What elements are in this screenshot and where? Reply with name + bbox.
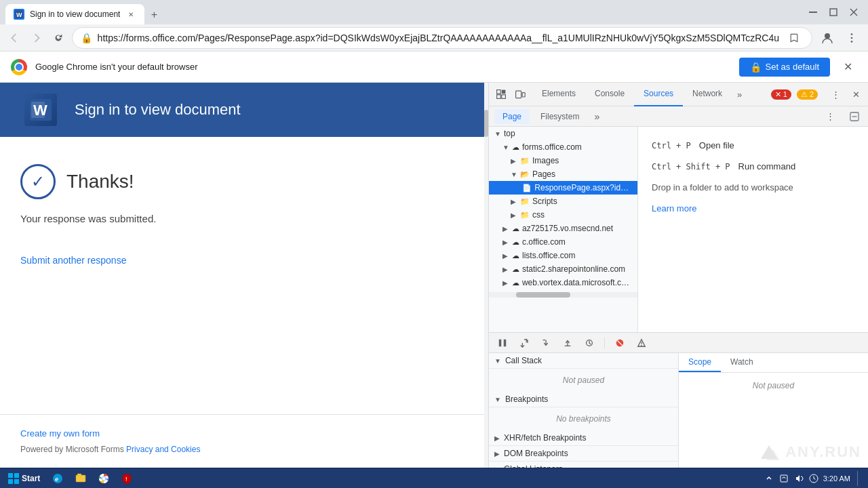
submit-another-link[interactable]: Submit another response — [20, 255, 126, 266]
svg-rect-32 — [8, 479, 13, 484]
breakpoints-status: No breakpoints — [494, 410, 673, 428]
step-into-button[interactable] — [538, 335, 554, 351]
call-stack-header[interactable]: ▼ Call Stack — [489, 353, 678, 369]
tree-horizontal-scrollbar[interactable] — [489, 292, 637, 298]
deactivate-breakpoints-button[interactable] — [612, 335, 628, 351]
folder-icon-scripts: 📁 — [520, 197, 530, 206]
svg-point-7 — [851, 33, 853, 35]
back-button[interactable] — [5, 27, 24, 49]
tree-item-forms-office[interactable]: ▼ ☁ forms.office.com — [489, 140, 637, 154]
tree-arrow-lists: ▶ — [502, 252, 512, 260]
sources-body: ▼ top ▼ ☁ forms.office.com — [489, 127, 868, 332]
show-desktop-button[interactable] — [857, 471, 860, 486]
address-bar[interactable]: 🔒 https://forms.office.com/Pages/Respons… — [72, 27, 812, 49]
svg-rect-17 — [516, 91, 521, 98]
taskbar-time: 3:20 AM — [823, 474, 850, 483]
profile-button[interactable] — [816, 27, 838, 49]
tab-elements[interactable]: Elements — [532, 83, 585, 106]
reload-button[interactable] — [50, 27, 68, 49]
cloud-icon-lists: ☁ — [512, 251, 519, 260]
devtools-inspect-button[interactable] — [492, 85, 511, 104]
tree-arrow-scripts: ▶ — [511, 198, 520, 205]
svg-rect-30 — [8, 473, 13, 478]
tree-item-scripts[interactable]: ▶ 📁 Scripts — [489, 195, 637, 208]
tree-item-coffice[interactable]: ▶ ☁ c.office.com — [489, 235, 637, 249]
taskbar-ie[interactable]: e — [47, 470, 68, 487]
tree-item-top[interactable]: ▼ top — [489, 127, 637, 140]
pause-button[interactable] — [494, 335, 511, 351]
sources-shortcuts-panel: Ctrl + P Open file Ctrl + Shift + P Run … — [638, 127, 868, 332]
tree-item-responsepage[interactable]: 📄 ResponsePage.aspx?id=DQS — [489, 181, 637, 195]
learn-more-link[interactable]: Learn more — [652, 203, 696, 214]
subtab-page[interactable]: Page — [494, 109, 530, 124]
svg-rect-16 — [502, 95, 506, 99]
privacy-link[interactable]: Privacy and Cookies — [126, 445, 200, 454]
cloud-icon-az: ☁ — [512, 224, 519, 233]
chrome-menu-button[interactable] — [841, 27, 863, 49]
tab-network[interactable]: Network — [683, 83, 732, 106]
chrome-logo-icon — [11, 59, 27, 75]
tab-close-button[interactable]: ✕ — [125, 9, 136, 20]
minimize-button[interactable] — [804, 3, 822, 21]
tree-arrow-coffice: ▶ — [502, 239, 512, 246]
watch-tab[interactable]: Watch — [721, 353, 763, 372]
subtab-menu-button[interactable]: ⋮ — [822, 108, 838, 125]
step-out-button[interactable] — [559, 335, 576, 351]
svg-text:e: e — [55, 476, 58, 483]
close-window-button[interactable] — [845, 3, 863, 21]
step-button[interactable] — [581, 335, 597, 351]
scope-watch-tabs: Scope Watch — [679, 353, 868, 373]
bookmark-button[interactable] — [785, 28, 804, 47]
debugger-toolbar — [489, 333, 868, 353]
tree-item-images[interactable]: ▶ 📁 Images — [489, 154, 637, 167]
checkmark-icon: ✓ — [20, 164, 56, 199]
tree-item-lists[interactable]: ▶ ☁ lists.office.com — [489, 249, 637, 262]
step-over-button[interactable] — [516, 335, 532, 351]
xhr-breakpoints-header[interactable]: ▶ XHR/fetch Breakpoints — [489, 430, 678, 446]
taskbar-explorer[interactable] — [70, 470, 92, 487]
start-button[interactable]: Start — [3, 472, 45, 485]
scope-tab[interactable]: Scope — [679, 353, 721, 372]
submitted-text: Your response was submitted. — [20, 213, 464, 224]
devtools-more-button[interactable]: ⋮ — [826, 85, 845, 104]
svg-point-8 — [851, 37, 853, 39]
set-default-button[interactable]: 🔒 Set as default — [739, 58, 831, 77]
subtab-sync-button[interactable] — [846, 108, 863, 125]
global-listeners-header[interactable]: ▶ Global Listeners — [489, 462, 678, 468]
notification-close-button[interactable]: ✕ — [838, 58, 857, 77]
new-tab-button[interactable]: + — [144, 5, 163, 24]
active-tab[interactable]: W Sign in to view document ✕ — [5, 4, 144, 24]
dom-breakpoints-header[interactable]: ▶ DOM Breakpoints — [489, 446, 678, 462]
tab-title: Sign in to view document — [30, 9, 120, 19]
restore-button[interactable] — [825, 3, 842, 21]
tree-item-css[interactable]: ▶ 📁 css — [489, 208, 637, 222]
more-tabs-button[interactable]: » — [732, 83, 747, 106]
tree-arrow-top: ▼ — [494, 130, 504, 138]
tree-item-static2[interactable]: ▶ ☁ static2.sharepointonline.com — [489, 262, 637, 276]
create-form-link[interactable]: Create my own form — [20, 428, 464, 439]
breakpoints-content: No breakpoints — [489, 407, 678, 430]
subtab-more-button[interactable]: » — [590, 108, 604, 125]
devtools-status: ✕ 1 ⚠ 2 — [766, 89, 823, 100]
page-body: ✓ Thanks! Your response was submitted. S… — [0, 137, 484, 414]
tree-arrow-images: ▶ — [511, 157, 520, 165]
start-label: Start — [22, 474, 40, 483]
breakpoints-header[interactable]: ▼ Breakpoints — [489, 392, 678, 407]
tree-item-vortex[interactable]: ▶ ☁ web.vortex.data.microsoft.com — [489, 276, 637, 289]
tab-sources[interactable]: Sources — [634, 83, 683, 106]
taskbar-antivirus[interactable]: ! — [116, 470, 138, 487]
tree-item-az725175[interactable]: ▶ ☁ az725175.vo.msecnd.net — [489, 222, 637, 235]
subtab-filesystem[interactable]: Filesystem — [532, 109, 587, 124]
tree-arrow-css: ▶ — [511, 211, 520, 219]
pause-exceptions-button[interactable] — [633, 335, 650, 351]
taskbar-chrome[interactable] — [93, 470, 115, 487]
devtools-close-button[interactable]: ✕ — [846, 85, 865, 104]
tab-console[interactable]: Console — [585, 83, 634, 106]
network-tray-icon — [778, 473, 789, 484]
devtools-device-button[interactable] — [511, 85, 530, 104]
tree-item-pages[interactable]: ▼ 📂 Pages — [489, 167, 637, 181]
page-footer: Create my own form Powered by Microsoft … — [0, 414, 484, 468]
forward-button[interactable] — [28, 27, 46, 49]
tray-show-hidden-button[interactable] — [764, 473, 774, 484]
word-logo: W — [20, 89, 61, 130]
